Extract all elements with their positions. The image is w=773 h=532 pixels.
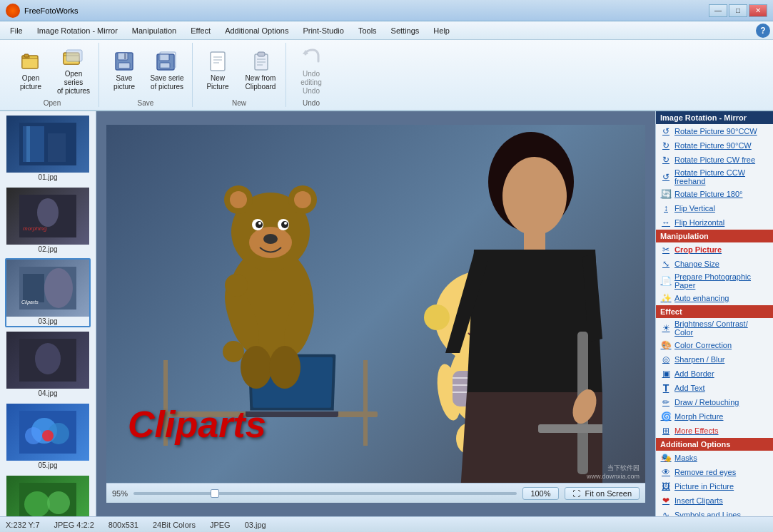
thumbnail-01[interactable]: 01.jpg [5,114,91,183]
color-correction[interactable]: 🎨 Color Correction [656,338,773,352]
svg-point-92 [502,157,567,235]
add-border[interactable]: ▣ Add Border [656,367,773,381]
toolbar-group-undo: UndoeditingUndo Undo [286,43,336,107]
more-effects-label: More Effects [675,426,719,435]
prepare-paper[interactable]: 📄 Prepare Photographic Paper [656,271,773,291]
save-picture-icon [113,50,136,73]
add-border-icon: ▣ [660,368,672,379]
undo-label: UndoeditingUndo [300,70,321,96]
picture-in-picture[interactable]: 🖼 Picture in Picture [656,479,773,493]
save-series-button[interactable]: Save serieof pictures [146,45,188,96]
rotate-ccw-free-icon: ↺ [660,171,672,183]
svg-rect-93 [524,230,545,252]
pip-icon: 🖼 [660,481,672,492]
rotate-90-ccw[interactable]: ↺ Rotate Picture 90°CCW [656,124,773,138]
flip-horizontal[interactable]: ↔ Flip Horizontal [656,215,773,230]
thumbnail-03[interactable]: Cliparts 03.jpg [5,258,91,327]
menu-manipulation[interactable]: Manipulation [125,24,183,37]
svg-rect-1 [22,58,38,68]
rotate-180[interactable]: 🔄 Rotate Picture 180° [656,187,773,201]
sharpen-blur[interactable]: ◎ Sharpen / Blur [656,352,773,367]
watermark-line2: www.downxia.com [587,473,640,480]
rotate-cw-free[interactable]: ↻ Rotate Picture CW free [656,153,773,167]
new-picture-button[interactable]: NewPicture [197,45,238,96]
menu-additional-options[interactable]: Additional Options [218,24,295,37]
rotate-ccw-freehand[interactable]: ↺ Rotate Picture CCW freehand [656,167,773,187]
thumb-img-04 [6,332,89,389]
fit-screen-button[interactable]: ⛶ Fit on Screen [565,487,640,500]
svg-point-45 [47,491,70,514]
thumbnail-04[interactable]: 04.jpg [5,330,91,399]
image-rotation-header: Image Rotation - Mirror [656,111,773,124]
prepare-paper-icon: 📄 [660,275,672,287]
sharpen-icon: ◎ [660,354,672,365]
svg-point-30 [37,198,59,227]
menu-file[interactable]: File [3,24,30,37]
svg-point-63 [263,234,278,244]
draw-icon: ✏ [660,397,672,408]
flip-vertical[interactable]: ↕ Flip Vertical [656,201,773,215]
help-icon[interactable]: ? [756,24,770,38]
zoom-slider[interactable] [133,492,517,495]
menu-image-rotation[interactable]: Image Rotation - Mirror [30,24,125,37]
insert-cliparts-label: Insert Cliparts [675,496,723,505]
save-picture-button[interactable]: Savepicture [103,45,145,96]
new-from-clipboard-button[interactable]: New fromClipboard [240,45,281,96]
thumbnail-02[interactable]: morphing 02.jpg [5,186,91,255]
svg-rect-34 [23,274,44,302]
brightness-contrast[interactable]: ☀ Brightness/ Contrast/ Color [656,318,773,338]
svg-rect-27 [26,126,30,162]
bear-cartoon [206,160,335,389]
cliparts-icon: ❤ [660,495,672,506]
maximize-button[interactable]: □ [729,4,747,17]
open-picture-button[interactable]: Openpicture [10,45,51,96]
masks[interactable]: 🎭 Masks [656,451,773,465]
toolbar-group-save: Savepicture Save serieof pictures Save [99,43,193,107]
menu-help[interactable]: Help [426,24,457,37]
svg-rect-26 [23,126,44,162]
zoom-100-button[interactable]: 100% [522,487,558,500]
more-effects[interactable]: ⊞ More Effects [656,424,773,438]
additional-options-header: Additional Options [656,438,773,451]
minimize-button[interactable]: — [709,4,727,17]
add-text-label: Add Text [675,384,705,392]
svg-rect-20 [258,52,265,56]
open-series-button[interactable]: Open seriesof pictures [53,45,94,96]
menu-print-studio[interactable]: Print-Studio [295,24,350,37]
zoom-thumb[interactable] [211,489,219,498]
symbols-lines-label: Symbols and Lines [675,511,741,516]
thumbnail-05[interactable]: 05.jpg [5,402,91,471]
app-icon [6,4,20,18]
change-size[interactable]: ⤡ Change Size [656,257,773,271]
titlebar: FreeFotoWorks — □ ✕ [0,0,773,21]
crop-picture-label: Crop Picture [675,245,722,254]
undo-button[interactable]: UndoeditingUndo [290,45,332,96]
thumb-img-06 [6,476,89,516]
menu-effect[interactable]: Effect [183,24,218,37]
symbols-lines[interactable]: ∿ Symbols and Lines [656,508,773,516]
add-text[interactable]: T Add Text [656,381,773,395]
toolbar-new-buttons: NewPicture New fromClipboard [197,43,281,98]
draw-retouching[interactable]: ✏ Draw / Retouching [656,395,773,409]
brightness-icon: ☀ [660,322,672,334]
menu-tools[interactable]: Tools [351,24,384,37]
undo-icon [300,46,323,68]
morph-picture-label: Morph Picture [675,412,723,421]
insert-cliparts[interactable]: ❤ Insert Cliparts [656,493,773,508]
main-image: Cliparts 95% 100% ⛶ Fit on Screen 当下软件园 … [106,125,645,503]
open-series-label: Open seriesof pictures [56,70,91,96]
remove-red-eyes[interactable]: 👁 Remove red eyes [656,465,773,479]
menu-settings[interactable]: Settings [384,24,427,37]
auto-enhancing[interactable]: ✨ Auto enhancing [656,291,773,305]
crop-picture[interactable]: ✂ Crop Picture [656,242,773,257]
rotate-90-cw[interactable]: ↻ Rotate Picture 90°CW [656,138,773,153]
svg-point-37 [35,343,61,374]
morph-picture[interactable]: 🌀 Morph Picture [656,409,773,424]
flip-horizontal-label: Flip Horizontal [675,218,724,227]
thumbnail-06[interactable]: 06.jpg [5,474,91,516]
save-series-icon [156,50,178,73]
thumb-img-01 [6,116,89,173]
close-button[interactable]: ✕ [749,4,767,17]
morph-icon: 🌀 [660,411,672,422]
dimensions: 800x531 [108,521,138,529]
